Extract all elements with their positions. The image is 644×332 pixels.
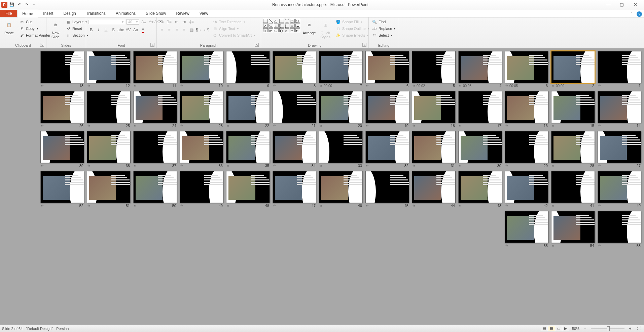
change-case-button[interactable]: Aa (133, 27, 139, 33)
align-right-button[interactable]: ≡ (174, 27, 180, 33)
font-color-button[interactable]: A (140, 27, 146, 33)
group-clipboard: 📋 Paste ✂Cut ⎘Copy▾ 🖌Format Painter Clip… (0, 17, 46, 48)
replace-button[interactable]: abReplace▾ (371, 26, 396, 32)
ltr-button[interactable]: ¶→ (196, 27, 202, 33)
quick-styles-button[interactable]: ◫Quick Styles (318, 19, 332, 40)
section-button[interactable]: §Section▾ (65, 32, 89, 38)
group-font-label: Font (117, 43, 125, 47)
save-button[interactable]: 💾 (9, 2, 15, 8)
powerpoint-icon: P (1, 2, 7, 8)
group-paragraph-label: Paragraph (200, 43, 217, 47)
tab-view[interactable]: View (194, 9, 213, 17)
group-drawing: △⬠⬡ ↗↘↔{}☆☁ ◇▱⬭◐⌂✧▾ ⧉Arrange ◫Quick Styl… (261, 17, 369, 48)
smartart-icon: ⬡ (212, 33, 218, 38)
shape-effects-button[interactable]: ✨Shape Effects▾ (334, 32, 370, 38)
line-spacing-button[interactable]: ‡≡ (188, 19, 194, 25)
paste-icon: 📋 (4, 19, 14, 30)
tab-slideshow[interactable]: Slide Show (141, 9, 171, 17)
columns-button[interactable]: ▥ (188, 27, 194, 33)
quick-styles-icon: ◫ (320, 19, 331, 30)
font-family-combo[interactable]: ▾ (88, 20, 125, 24)
paste-button[interactable]: 📋 Paste (2, 19, 16, 36)
strikethrough-button[interactable]: S (110, 27, 116, 33)
group-slides-label: Slides (61, 43, 71, 47)
group-slides: 🗎 New Slide ▦Layout▾ ↺Reset §Section▾ Sl… (46, 17, 86, 48)
align-center-button[interactable]: ≡ (166, 27, 172, 33)
group-editing: 🔍Find abReplace▾ ⬚Select▾ Editing (369, 17, 399, 48)
char-spacing-button[interactable]: AV (125, 27, 131, 33)
text-direction-button[interactable]: ↕AText Direction▾ (211, 19, 256, 25)
minimize-button[interactable]: — (604, 1, 613, 8)
select-button[interactable]: ⬚Select▾ (371, 32, 396, 38)
titlebar: P 💾 ↶ ↷ ▾ Renaissance Architecture.pptx … (0, 0, 644, 9)
text-direction-icon: ↕A (212, 19, 218, 25)
shape-fill-icon: 🪣 (335, 19, 341, 25)
reset-icon: ↺ (66, 26, 71, 31)
undo-button[interactable]: ↶ (16, 2, 22, 8)
tab-insert[interactable]: Insert (38, 9, 58, 17)
select-icon: ⬚ (372, 33, 377, 38)
align-text-icon: ⊟ (212, 26, 218, 31)
justify-button[interactable]: ≡ (181, 27, 187, 33)
group-font: ▾ 40▾ A▴ A▾ A⌫ B I U S abc AV Aa A Font↘ (86, 17, 157, 48)
increase-font-button[interactable]: A▴ (141, 19, 147, 25)
decrease-font-button[interactable]: A▾ (148, 19, 154, 25)
help-button[interactable]: ? (637, 11, 642, 17)
group-drawing-label: Drawing (308, 43, 321, 47)
numbering-button[interactable]: 1≡ (166, 19, 172, 25)
qat-customize-button[interactable]: ▾ (31, 2, 37, 8)
clipboard-dialog-launcher[interactable]: ↘ (40, 43, 44, 47)
shape-fill-button[interactable]: 🪣Shape Fill▾ (334, 19, 370, 25)
tab-file[interactable]: File (0, 10, 17, 17)
convert-smartart-button[interactable]: ⬡Convert to SmartArt▾ (211, 32, 256, 38)
tab-transitions[interactable]: Transitions (81, 9, 111, 17)
arrange-button[interactable]: ⧉Arrange (302, 19, 316, 36)
shadow-button[interactable]: abc (118, 27, 124, 33)
quick-access-toolbar: P 💾 ↶ ↷ ▾ (1, 2, 37, 8)
layout-icon: ▦ (66, 19, 71, 25)
cut-icon: ✂ (19, 19, 25, 25)
format-painter-icon: 🖌 (19, 33, 25, 38)
shape-outline-icon: ◻ (335, 26, 341, 31)
group-paragraph: •≡ 1≡ ⇤ ⇥ ‡≡ ≡ ≡ ≡ ≡ ▥ ¶→ ←¶ ↕AText Dire… (157, 17, 261, 48)
new-slide-icon: 🗎 (50, 19, 61, 30)
shape-effects-icon: ✨ (335, 33, 341, 38)
bold-button[interactable]: B (88, 27, 94, 33)
ribbon-tabs: File Home Insert Design Transitions Anim… (0, 9, 644, 17)
font-dialog-launcher[interactable]: ↘ (150, 43, 154, 47)
new-slide-button[interactable]: 🗎 New Slide (48, 19, 63, 40)
group-clipboard-label: Clipboard (15, 43, 31, 47)
shape-outline-button[interactable]: ◻Shape Outline▾ (334, 26, 370, 32)
paragraph-dialog-launcher[interactable]: ↘ (255, 43, 259, 47)
layout-button[interactable]: ▦Layout▾ (65, 19, 89, 25)
decrease-indent-button[interactable]: ⇤ (174, 19, 180, 25)
tab-home[interactable]: Home (17, 10, 38, 17)
reset-button[interactable]: ↺Reset (65, 26, 89, 32)
copy-icon: ⎘ (19, 26, 25, 31)
increase-indent-button[interactable]: ⇥ (181, 19, 187, 25)
rtl-button[interactable]: ←¶ (203, 27, 209, 33)
maximize-button[interactable]: ▢ (617, 1, 627, 8)
tab-review[interactable]: Review (171, 9, 194, 17)
align-text-button[interactable]: ⊟Align Text▾ (211, 26, 256, 32)
window-title: Renaissance Architecture.pptx - Microsof… (37, 2, 604, 7)
redo-button[interactable]: ↷ (24, 2, 30, 8)
align-left-button[interactable]: ≡ (159, 27, 165, 33)
find-button[interactable]: 🔍Find (371, 19, 396, 25)
window-controls: — ▢ ✕ (604, 1, 643, 8)
group-editing-label: Editing (378, 43, 390, 47)
font-size-combo[interactable]: 40▾ (127, 19, 139, 25)
close-button[interactable]: ✕ (631, 1, 640, 8)
italic-button[interactable]: I (96, 27, 102, 33)
tab-design[interactable]: Design (58, 9, 81, 17)
shapes-gallery[interactable]: △⬠⬡ ↗↘↔{}☆☁ ◇▱⬭◐⌂✧▾ (263, 19, 300, 32)
tab-animations[interactable]: Animations (111, 9, 141, 17)
underline-button[interactable]: U (103, 27, 109, 33)
section-icon: § (66, 33, 71, 38)
find-icon: 🔍 (372, 19, 377, 25)
bullets-button[interactable]: •≡ (159, 19, 165, 25)
drawing-dialog-launcher[interactable]: ↘ (362, 43, 366, 47)
minimize-ribbon-button[interactable]: ˆ (629, 11, 635, 17)
replace-icon: ab (372, 26, 377, 31)
ribbon: 📋 Paste ✂Cut ⎘Copy▾ 🖌Format Painter Clip… (0, 17, 644, 48)
